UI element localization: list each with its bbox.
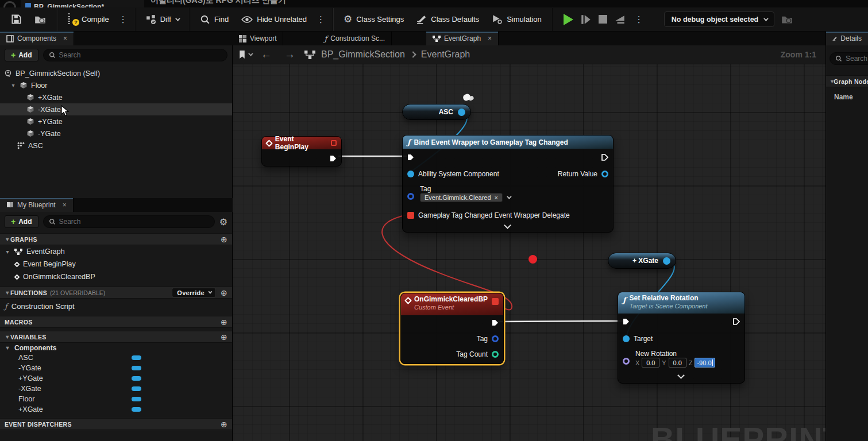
diff-button[interactable]: Diff [141,11,184,28]
pin-delegate[interactable]: Gameplay Tag Changed Event Wrapper Deleg… [407,211,570,219]
node-header[interactable]: Event BeginPlay [262,137,341,149]
tree-item-asc[interactable]: ASC [0,140,232,152]
debug-object-dropdown[interactable]: No debug object selected [664,11,774,27]
exec-out-pin[interactable] [329,154,337,163]
variable-output-pin[interactable] [663,257,670,265]
node-set-relative-rotation[interactable]: ƒ Set Relative Rotation Target is Scene … [618,292,745,384]
close-icon[interactable]: × [63,34,67,42]
variables-section-header[interactable]: ▾ VARIABLES ⊕ [0,331,232,343]
components-search[interactable] [43,49,227,61]
exec-in-pin[interactable] [622,318,630,326]
variable-type-pill[interactable] [132,407,141,412]
my-blueprint-search-input[interactable] [59,218,209,226]
components-search-input[interactable] [59,51,222,59]
tab-viewport[interactable]: Viewport [233,32,283,45]
struct-pin-tag[interactable] [407,193,414,200]
y-value-field[interactable]: 0.0 [669,358,686,368]
tree-item-self[interactable]: BP_GimmickSection (Self) [0,67,232,79]
nav-forward-button[interactable]: → [281,48,299,61]
add-graph-icon[interactable]: ⊕ [221,235,227,244]
pin-return-value[interactable]: Return Value [558,170,608,178]
tree-item-minus-ygate[interactable]: -YGate [0,127,232,140]
node-variable-xgate[interactable]: + XGate [608,253,676,269]
object-pin[interactable] [601,171,608,177]
close-icon[interactable]: × [63,201,67,209]
struct-pin[interactable] [407,193,414,200]
node-header[interactable]: OnGimmickClearedBP Custom Event [401,293,503,315]
variable-type-pill[interactable] [132,355,141,360]
tree-item-floor[interactable]: ▾ Floor [0,79,232,91]
compile-button[interactable]: ? Compile [63,11,114,28]
object-pin[interactable] [623,335,630,342]
variable-type-pill[interactable] [132,386,141,391]
remove-tag-icon[interactable]: × [495,194,498,201]
hide-unrelated-options-dots[interactable]: ⋮ [314,14,327,25]
frame-skip-button[interactable] [580,14,592,25]
exec-out-pin[interactable] [491,319,499,327]
bookmark-dropdown[interactable] [238,50,252,59]
tab-details[interactable]: Details [826,32,868,45]
tree-item-minus-xgate[interactable]: -XGate [0,103,232,115]
find-button[interactable]: Find [195,11,234,28]
tab-my-blueprint[interactable]: My Blueprint × [0,198,74,212]
add-component-button[interactable]: + Add [5,49,38,61]
class-settings-button[interactable]: ⚙ Class Settings [338,11,409,28]
exec-in-pin[interactable] [407,153,415,161]
compile-options-dots[interactable]: ⋮ [117,14,130,25]
pin-tag-count[interactable]: Tag Count [456,350,499,358]
graph-node-section-header[interactable]: ▾ Graph Node [826,75,868,87]
variable-row[interactable]: ASC [0,353,232,363]
stop-button[interactable] [599,15,607,24]
node-collapse-chevron[interactable] [505,223,511,229]
delegate-pin[interactable] [407,212,414,219]
expand-caret-icon[interactable]: ▾ [10,82,16,88]
add-function-icon[interactable]: ⊕ [221,288,227,297]
macros-section-header[interactable]: MACROS ⊕ [0,316,232,328]
node-bind-event-wrapper[interactable]: ƒ Bind Event Wrapper to Gameplay Tag Cha… [402,135,614,233]
details-search-input[interactable] [846,55,868,63]
node-variable-asc[interactable]: ASC [402,104,471,120]
tree-item-plus-ygate[interactable]: +YGate [0,115,232,127]
node-header[interactable]: ƒ Set Relative Rotation Target is Scene … [618,292,744,314]
variable-type-pill[interactable] [132,397,141,401]
list-item-event-beginplay[interactable]: Event BeginPlay [0,258,232,270]
tag-value-chip[interactable]: Event.Gimmick.Cleared × [420,193,510,202]
breadcrumb-current[interactable]: EventGraph [421,49,470,60]
variable-row[interactable]: +XGate [0,404,232,415]
list-item-eventgraph[interactable]: ▾ EventGraph [0,245,232,258]
close-icon[interactable]: × [488,34,492,42]
exec-out-pin[interactable] [601,153,609,161]
save-button[interactable] [6,11,27,28]
event-dispatchers-section-header[interactable]: EVENT DISPATCHERS ⊕ [0,418,232,430]
tab-components[interactable]: Components × [0,32,74,45]
variable-category-components[interactable]: ▾ Components [0,343,232,353]
add-macro-icon[interactable]: ⊕ [221,318,227,327]
delegate-pin[interactable] [492,298,499,305]
node-ongimmickclearedbp[interactable]: OnGimmickClearedBP Custom Event Tag Tag … [400,293,504,364]
list-item-construction-script[interactable]: ƒ Construction Script [0,299,232,314]
asset-document-tab[interactable]: BP_GimmickSection* [21,0,144,7]
graphs-section-header[interactable]: ▾ GRAPHS ⊕ [0,233,232,245]
node-event-beginplay[interactable]: Event BeginPlay [261,136,342,167]
variable-row[interactable]: Floor [0,394,232,404]
z-value-field[interactable]: -90.0 [695,358,715,368]
pin-target[interactable]: Target [623,335,653,343]
x-value-field[interactable]: 0.0 [642,358,659,368]
eject-button[interactable] [614,14,626,25]
play-button[interactable] [564,14,573,25]
delegate-pin[interactable] [331,140,337,146]
debug-browse-icon[interactable] [781,14,793,25]
my-blueprint-search[interactable] [43,215,215,228]
rotator-pin-icon[interactable] [623,358,630,365]
hide-unrelated-button[interactable]: Hide Unrelated [236,11,312,28]
simulation-button[interactable]: Simulation [487,11,547,28]
exec-out-pin[interactable] [732,318,740,326]
list-item-ongimmickclearedbp[interactable]: OnGimmickClearedBP [0,270,232,283]
functions-section-header[interactable]: ▾ FUNCTIONS (21 OVERRIDABLE) Override ⊕ [0,287,232,299]
details-search[interactable] [830,52,868,65]
variable-row[interactable]: -XGate [0,384,232,394]
struct-pin[interactable] [492,335,499,342]
pin-ability-system-component[interactable]: Ability System Component [407,170,499,178]
int-pin[interactable] [492,351,499,358]
node-collapse-chevron[interactable] [678,373,684,378]
